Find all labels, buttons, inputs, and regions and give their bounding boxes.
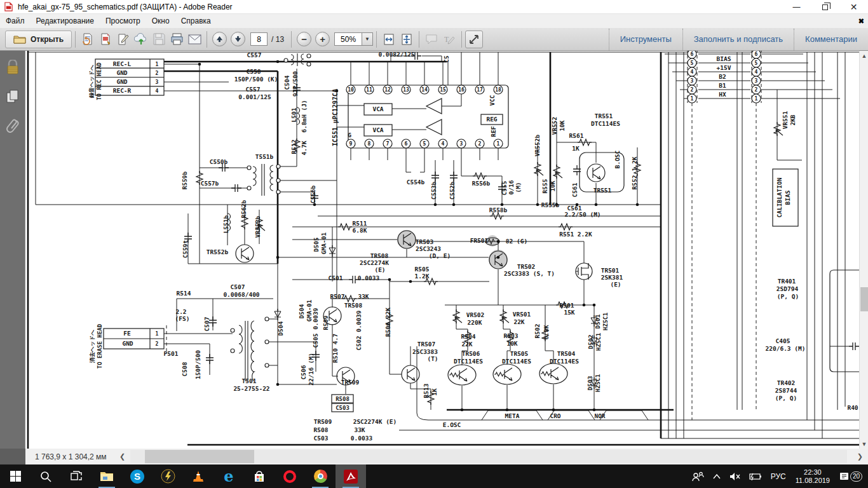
- security-lock-icon[interactable]: [6, 60, 20, 75]
- separator: [376, 31, 377, 48]
- svg-text:1: 1: [497, 141, 500, 147]
- svg-text:5: 5: [691, 60, 694, 66]
- taskbar-chrome[interactable]: [305, 464, 336, 488]
- zoom-control[interactable]: 50% ▼: [334, 32, 373, 46]
- search-icon[interactable]: [31, 464, 61, 488]
- menu-window[interactable]: Окно: [146, 14, 175, 28]
- text-annotation-button[interactable]: T: [440, 30, 458, 48]
- svg-text:DTC114ES: DTC114ES: [454, 358, 483, 365]
- email-button[interactable]: [186, 30, 203, 48]
- schematic-labels: REC-LGNDGNDREC-R1234録音ヘッドへTO REC HEADC55…: [88, 51, 858, 442]
- language-indicator[interactable]: РУС: [768, 464, 789, 488]
- clock[interactable]: 22:30 11.08.2019: [792, 468, 834, 485]
- vertical-scrollbar-thumb[interactable]: [860, 287, 868, 311]
- battery-icon[interactable]: [746, 464, 765, 488]
- separator: [207, 31, 207, 48]
- taskbar-adobe-reader[interactable]: [336, 464, 366, 488]
- svg-text:C559t: C559t: [182, 240, 189, 259]
- scroll-right-icon[interactable]: ❯: [857, 449, 863, 464]
- scroll-left-icon[interactable]: ❮: [119, 449, 125, 464]
- comments-button[interactable]: Комментарии: [794, 28, 868, 51]
- previous-page-button[interactable]: [212, 32, 227, 46]
- chevron-down-icon[interactable]: ▼: [362, 32, 373, 46]
- zoom-in-button[interactable]: +: [315, 32, 330, 46]
- svg-text:BIAS: BIAS: [717, 55, 731, 62]
- svg-text:C561: C561: [571, 182, 578, 197]
- svg-text:10: 10: [348, 87, 354, 93]
- svg-text:25-2755-22: 25-2755-22: [233, 385, 269, 392]
- taskbar-opera[interactable]: [275, 464, 305, 488]
- horizontal-scrollbar[interactable]: [130, 450, 847, 463]
- taskbar-vlc[interactable]: [183, 464, 214, 488]
- start-button[interactable]: [0, 464, 31, 488]
- fit-width-button[interactable]: [380, 30, 398, 48]
- svg-text:REC-R: REC-R: [113, 87, 132, 94]
- svg-text:GND: GND: [122, 340, 133, 347]
- menu-edit[interactable]: Редактирование: [31, 14, 100, 28]
- minimize-button[interactable]: —: [782, 0, 811, 14]
- page-thumbnails-icon[interactable]: [6, 89, 20, 104]
- menu-file[interactable]: Файл: [0, 14, 31, 28]
- export-pdf-button[interactable]: [97, 30, 114, 48]
- pdf-document[interactable]: 101112131415161718987654321654321654321 …: [26, 51, 859, 449]
- svg-text:3: 3: [156, 79, 159, 85]
- svg-text:R504: R504: [461, 333, 476, 340]
- svg-text:2SC3383 (S, T): 2SC3383 (S, T): [504, 270, 555, 277]
- taskbar-microsoft-store[interactable]: [244, 464, 275, 488]
- svg-text:REF: REF: [490, 126, 497, 137]
- people-icon[interactable]: [688, 464, 707, 488]
- task-view-icon[interactable]: [61, 464, 92, 488]
- svg-text:R551 2.2K: R551 2.2K: [559, 231, 592, 238]
- svg-text:10K: 10K: [559, 120, 566, 131]
- svg-text:TR507: TR507: [417, 341, 436, 348]
- fit-page-button[interactable]: [398, 30, 416, 48]
- sign-pen-button[interactable]: [114, 30, 132, 48]
- fullscreen-button[interactable]: [465, 30, 483, 48]
- zoom-value[interactable]: 50%: [334, 32, 362, 46]
- svg-text:6.8K: 6.8K: [543, 325, 550, 339]
- fill-sign-button[interactable]: Заполнить и подписать: [683, 28, 794, 51]
- menu-view[interactable]: Просмотр: [100, 14, 146, 28]
- svg-text:GMA-01: GMA-01: [306, 300, 313, 322]
- scroll-down-icon[interactable]: ▼: [860, 439, 868, 449]
- upload-cloud-button[interactable]: [132, 30, 150, 48]
- svg-text:2SD794: 2SD794: [776, 285, 799, 292]
- save-button[interactable]: [150, 30, 168, 48]
- notification-center-icon[interactable]: 20: [836, 464, 865, 488]
- next-page-button[interactable]: [231, 32, 245, 46]
- taskbar-edge[interactable]: e: [214, 464, 244, 488]
- svg-text:9: 9: [349, 141, 353, 147]
- svg-text:(E): (E): [610, 281, 621, 288]
- comment-bubble-button[interactable]: [423, 30, 440, 48]
- attachments-paperclip-icon[interactable]: [6, 118, 19, 135]
- taskbar-skype[interactable]: S: [122, 464, 153, 488]
- print-button[interactable]: [168, 30, 186, 48]
- schematic-canvas: 101112131415161718987654321654321654321 …: [26, 51, 859, 449]
- svg-text:1K: 1K: [431, 388, 438, 396]
- svg-text:C504: C504: [283, 75, 290, 90]
- svg-text:R552: R552: [631, 175, 638, 190]
- svg-text:C558: C558: [247, 68, 261, 75]
- convert-pdf-button[interactable]: [79, 30, 97, 48]
- vertical-scrollbar[interactable]: ▲ ▼: [859, 51, 868, 449]
- scroll-up-icon[interactable]: ▲: [860, 51, 868, 60]
- close-document-icon[interactable]: ✖: [858, 14, 864, 28]
- taskbar-daemon-tools[interactable]: [153, 464, 183, 488]
- page-number-input[interactable]: [250, 32, 268, 46]
- tray-chevron-up-icon[interactable]: [710, 464, 724, 488]
- svg-text:R508: R508: [314, 426, 329, 433]
- horizontal-scrollbar-thumb[interactable]: [145, 450, 254, 463]
- taskbar-file-explorer[interactable]: [92, 464, 122, 488]
- svg-text:C508: C508: [181, 362, 188, 376]
- menu-help[interactable]: Справка: [175, 14, 217, 28]
- zoom-out-button[interactable]: −: [297, 32, 311, 46]
- tools-button[interactable]: Инструменты: [609, 28, 682, 51]
- svg-text:B.OSC: B.OSC: [614, 150, 621, 168]
- restore-button[interactable]: [811, 0, 839, 14]
- svg-text:D504: D504: [298, 304, 305, 318]
- volume-muted-icon[interactable]: [726, 464, 743, 488]
- close-button[interactable]: ✕: [839, 0, 868, 14]
- svg-text:5: 5: [423, 141, 426, 147]
- open-button[interactable]: Открыть: [5, 30, 72, 48]
- svg-text:DTC114ES: DTC114ES: [591, 120, 620, 127]
